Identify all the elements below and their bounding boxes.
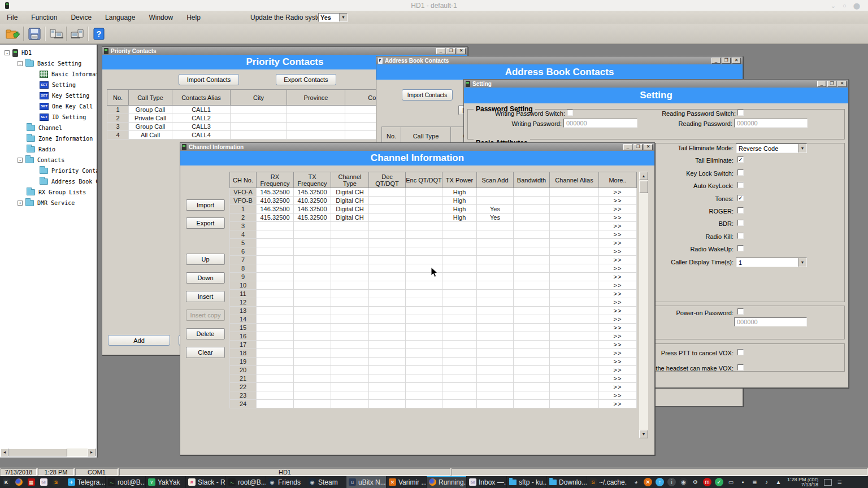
channel-row[interactable]: 5>>	[230, 239, 637, 247]
channel-cell[interactable]: Digital CH	[331, 205, 369, 213]
channel-number-cell[interactable]: 4	[230, 230, 257, 239]
channel-cell[interactable]	[294, 239, 331, 247]
tree-item-channel[interactable]: Channel	[0, 123, 97, 133]
channel-cell[interactable]	[442, 273, 477, 281]
channel-cell[interactable]	[294, 230, 331, 239]
channel-cell[interactable]	[477, 298, 514, 307]
channel-cell[interactable]: >>	[599, 273, 637, 281]
channel-row[interactable]: 22>>	[230, 383, 637, 391]
channel-cell[interactable]: High	[442, 213, 477, 222]
channel-cell[interactable]	[550, 290, 599, 298]
scrollbar-thumb[interactable]	[639, 181, 648, 193]
channel-cell[interactable]: Yes	[477, 205, 514, 213]
help-icon[interactable]: ?	[90, 26, 107, 42]
table-row[interactable]: 2Private CallCALL2	[107, 114, 413, 123]
channel-cell[interactable]	[294, 315, 331, 324]
taskbar-button-varimir-[interactable]: ✕Varimir ...	[387, 476, 427, 488]
channel-cell[interactable]	[331, 222, 369, 230]
tree-horizontal-scrollbar[interactable]: ◄ ►	[1, 448, 96, 456]
taskbar-button-slack-r-[interactable]: #Slack - R...	[186, 476, 226, 488]
channel-cell[interactable]	[550, 358, 599, 366]
channel-cell[interactable]	[294, 324, 331, 332]
channel-cell[interactable]	[369, 290, 406, 298]
restore-button[interactable]: ❐	[633, 144, 643, 150]
table-row[interactable]: 3Group CallCALL3	[107, 123, 413, 131]
channel-cell[interactable]	[369, 247, 406, 256]
channel-cell[interactable]	[550, 307, 599, 315]
setting-titlebar[interactable]: Setting _ ❐ ✕	[464, 80, 848, 88]
lock-icon[interactable]: ▪	[739, 478, 747, 486]
channel-cell[interactable]	[514, 222, 550, 230]
disk-usage-icon[interactable]: ◕	[632, 478, 640, 486]
tail-eliminate-checkbox[interactable]: ✓	[737, 156, 744, 163]
channel-cell[interactable]: >>	[599, 298, 637, 307]
delete-button[interactable]: Delete	[186, 328, 225, 339]
clear-button[interactable]: Clear	[186, 347, 225, 358]
collapse-icon[interactable]: -	[18, 158, 23, 163]
hamburger-menu-icon[interactable]: ≡	[837, 478, 842, 486]
channel-cell[interactable]	[406, 281, 442, 290]
channel-cell[interactable]	[514, 230, 550, 239]
vox-checkbox[interactable]	[737, 349, 744, 355]
open-file-icon[interactable]	[5, 26, 21, 42]
channel-cell[interactable]: >>	[599, 307, 637, 315]
table-cell[interactable]: Group Call	[129, 123, 172, 131]
channel-cell[interactable]: >>	[599, 230, 637, 239]
vox-checkbox[interactable]	[737, 364, 744, 371]
channel-cell[interactable]	[257, 332, 294, 341]
channel-cell[interactable]	[257, 374, 294, 383]
channel-cell[interactable]	[550, 222, 599, 230]
address-titlebar[interactable]: Address Book Contacts _ ❐ ✕	[376, 56, 743, 64]
channel-cell[interactable]: >>	[599, 324, 637, 332]
channel-cell[interactable]	[442, 383, 477, 391]
import-contacts-button[interactable]: Import Contacts	[402, 89, 453, 101]
channel-cell[interactable]	[331, 358, 369, 366]
channel-cell[interactable]	[550, 230, 599, 239]
channel-cell[interactable]	[477, 197, 514, 205]
restore-button[interactable]: ❐	[827, 81, 836, 87]
channel-cell[interactable]: >>	[599, 358, 637, 366]
channel-cell[interactable]: 410.32500	[294, 197, 331, 205]
channel-cell[interactable]	[477, 281, 514, 290]
channel-cell[interactable]	[406, 332, 442, 341]
channel-cell[interactable]	[442, 290, 477, 298]
info-icon[interactable]: i	[667, 478, 676, 486]
taskbar-button-inbox-[interactable]: ✉Inbox —...	[467, 476, 507, 488]
channel-cell[interactable]: 415.32500	[257, 213, 294, 222]
app-titlebar[interactable]: HD1 - default-1 ⌄ ○ ⬤	[0, 0, 868, 11]
channel-cell[interactable]: >>	[599, 222, 637, 230]
restore-button[interactable]: ❐	[722, 58, 731, 64]
table-cell[interactable]	[231, 131, 287, 140]
table-cell[interactable]: CALL4	[172, 131, 231, 140]
channel-cell[interactable]	[331, 366, 369, 374]
channel-row[interactable]: 4>>	[230, 230, 637, 239]
channel-cell[interactable]	[442, 281, 477, 290]
channel-number-cell[interactable]: 5	[230, 239, 257, 247]
channel-cell[interactable]	[550, 281, 599, 290]
channel-cell[interactable]	[331, 315, 369, 324]
writing-password-switch-checkbox[interactable]	[567, 110, 573, 116]
channel-row[interactable]: 12>>	[230, 298, 637, 307]
channel-cell[interactable]	[369, 374, 406, 383]
channel-cell[interactable]: High	[442, 205, 477, 213]
chevron-down-icon[interactable]: ▼	[798, 258, 806, 267]
channel-cell[interactable]	[294, 358, 331, 366]
taskbar-button-downlo-[interactable]: Downlo...	[547, 476, 587, 488]
taskbar-button-running-[interactable]: Running...	[427, 476, 467, 488]
channel-cell[interactable]	[514, 391, 550, 400]
channel-cell[interactable]	[369, 281, 406, 290]
channel-cell[interactable]	[477, 400, 514, 408]
channel-cell[interactable]: 415.32500	[294, 213, 331, 222]
menu-item-function[interactable]: Function	[24, 12, 64, 23]
channel-number-cell[interactable]: 24	[230, 400, 257, 408]
channel-cell[interactable]	[442, 222, 477, 230]
channel-cell[interactable]	[294, 366, 331, 374]
channel-cell[interactable]	[257, 341, 294, 349]
channel-cell[interactable]	[369, 197, 406, 205]
close-button[interactable]: ✕	[837, 81, 847, 87]
channel-cell[interactable]	[550, 400, 599, 408]
channel-cell[interactable]: >>	[599, 332, 637, 341]
channel-row[interactable]: 1146.32500146.32500Digital CHHighYes>>	[230, 205, 637, 213]
channel-row[interactable]: 14>>	[230, 315, 637, 324]
channel-cell[interactable]: 145.32500	[257, 188, 294, 197]
